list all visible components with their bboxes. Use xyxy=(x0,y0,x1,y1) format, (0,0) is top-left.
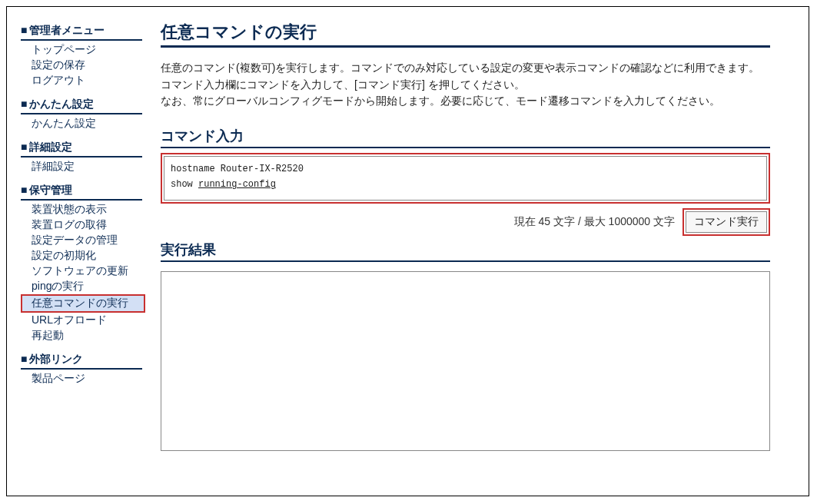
square-bullet-icon: ■ xyxy=(21,353,27,365)
cmd-line-2-arg: running-config xyxy=(198,179,276,190)
menu-heading: ■外部リンク xyxy=(21,353,142,370)
exec-button[interactable]: コマンド実行 xyxy=(686,211,767,233)
counter-max: 1000000 xyxy=(609,215,651,227)
menu-heading-label: 外部リンク xyxy=(29,353,83,365)
cmd-line-2-prefix: show xyxy=(171,179,198,190)
sidebar-item[interactable]: 設定データの管理 xyxy=(21,233,142,248)
sidebar-item[interactable]: トップページ xyxy=(21,42,142,58)
cmd-line-1: hostname Router-IX-R2520 xyxy=(171,164,304,174)
square-bullet-icon: ■ xyxy=(21,24,27,36)
square-bullet-icon: ■ xyxy=(21,184,27,196)
result-label: 実行結果 xyxy=(161,240,770,262)
menu-heading-label: 保守管理 xyxy=(29,184,72,196)
menu-heading: ■管理者メニュー xyxy=(21,24,142,41)
sidebar-item[interactable]: 設定の保存 xyxy=(21,58,142,73)
desc-line-2: コマンド入力欄にコマンドを入力して、[コマンド実行] を押してください。 xyxy=(161,77,770,94)
description: 任意のコマンド(複数可)を実行します。コマンドでのみ対応している設定の変更や表示… xyxy=(161,60,770,110)
command-input-label: コマンド入力 xyxy=(161,127,770,148)
sidebar-item[interactable]: ソフトウェアの更新 xyxy=(21,264,142,279)
main-content: 任意コマンドの実行 任意のコマンド(複数可)を実行します。コマンドでのみ対応して… xyxy=(153,7,809,496)
command-input-highlight: hostname Router-IX-R2520 show running-co… xyxy=(161,153,770,204)
sidebar-item[interactable]: pingの実行 xyxy=(21,279,142,294)
sidebar-item[interactable]: かんたん設定 xyxy=(21,116,142,131)
desc-line-1: 任意のコマンド(複数可)を実行します。コマンドでのみ対応している設定の変更や表示… xyxy=(161,60,770,77)
char-counter: 現在 45 文字 / 最大 1000000 文字 xyxy=(514,215,675,229)
sidebar-item[interactable]: 装置ログの取得 xyxy=(21,217,142,233)
sidebar-item[interactable]: 設定の初期化 xyxy=(21,248,142,264)
sidebar-item[interactable]: URLオフロード xyxy=(21,313,142,328)
square-bullet-icon: ■ xyxy=(21,98,27,110)
result-output[interactable] xyxy=(161,271,770,451)
sidebar-item[interactable]: 任意コマンドの実行 xyxy=(21,294,145,313)
page-title: 任意コマンドの実行 xyxy=(161,21,770,48)
exec-button-highlight: コマンド実行 xyxy=(682,208,770,236)
counter-current: 45 xyxy=(539,215,551,227)
sidebar-item[interactable]: 製品ページ xyxy=(21,371,142,386)
menu-heading: ■詳細設定 xyxy=(21,141,142,158)
square-bullet-icon: ■ xyxy=(21,141,27,153)
sidebar-item[interactable]: 詳細設定 xyxy=(21,159,142,174)
menu-heading: ■かんたん設定 xyxy=(21,98,142,114)
counter-row: 現在 45 文字 / 最大 1000000 文字 コマンド実行 xyxy=(161,208,770,236)
sidebar: ■管理者メニュートップページ設定の保存ログアウト■かんたん設定かんたん設定■詳細… xyxy=(7,7,153,496)
menu-heading-label: かんたん設定 xyxy=(29,98,94,110)
menu-heading-label: 詳細設定 xyxy=(29,141,72,153)
sidebar-item[interactable]: ログアウト xyxy=(21,73,142,88)
desc-line-3: なお、常にグローバルコンフィグモードから開始します。必要に応じて、モード遷移コマ… xyxy=(161,93,770,110)
menu-heading-label: 管理者メニュー xyxy=(29,24,105,36)
command-input[interactable]: hostname Router-IX-R2520 show running-co… xyxy=(164,156,767,201)
sidebar-item[interactable]: 再起動 xyxy=(21,328,142,343)
menu-heading: ■保守管理 xyxy=(21,184,142,201)
sidebar-item[interactable]: 装置状態の表示 xyxy=(21,202,142,217)
